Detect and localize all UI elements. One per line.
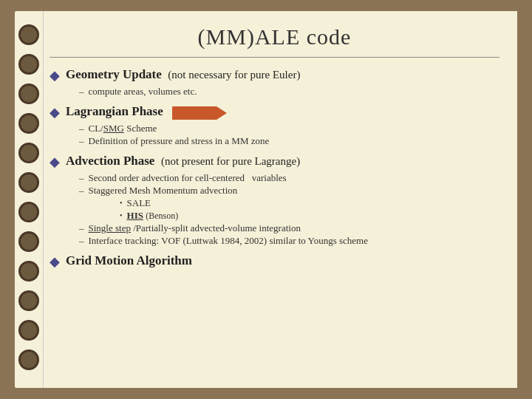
dot-bullet: •	[120, 211, 123, 219]
section-geometry-update: ◆ Geometry Update (not necessary for pur…	[50, 66, 499, 98]
bullet-diamond: ◆	[50, 67, 60, 83]
sub-item: – Definition of pressure and stress in a…	[79, 135, 499, 147]
sub-dash: –	[79, 123, 84, 134]
sub-item-text: Interface tracking: VOF (Luttwak 1984, 2…	[89, 235, 369, 247]
bullet-diamond: ◆	[50, 154, 60, 170]
section-grid-motion: ◆ Grid Motion Algorithm	[50, 253, 499, 270]
dot-bullet: •	[120, 199, 123, 207]
sub-item-text: Staggered Mesh Momentum advection	[89, 185, 238, 197]
dot-item-text: HIS (Benson)	[127, 210, 179, 222]
page-title: (MM)ALE code	[50, 24, 499, 50]
sub-item-text: Second order advection for cell-centered…	[89, 172, 287, 184]
sub-item: – compute areas, volumes etc.	[79, 86, 499, 98]
bullet-diamond: ◆	[50, 104, 60, 120]
dot-items: • SALE • HIS (Benson)	[120, 197, 499, 222]
sub-item-text: Single step /Partially-split advected-vo…	[89, 222, 301, 234]
advection-phase-title: Advection Phase (not present for pure La…	[66, 153, 300, 169]
spiral-ring	[18, 24, 39, 45]
geometry-sub-items: – compute areas, volumes etc.	[79, 86, 499, 98]
spiral-ring	[18, 143, 39, 163]
spiral-ring	[18, 261, 39, 282]
spiral-ring	[18, 231, 39, 252]
sub-dash: –	[79, 86, 84, 98]
spiral-ring	[18, 290, 39, 311]
sub-item: – Staggered Mesh Momentum advection	[79, 185, 499, 197]
section-advection-phase: ◆ Advection Phase (not present for pure …	[50, 153, 499, 247]
spiral-ring	[18, 172, 39, 193]
page-content: (MM)ALE code ◆ Geometry Update (not nece…	[43, 11, 517, 388]
spiral-ring	[18, 320, 39, 341]
spiral-ring	[18, 113, 39, 134]
sub-dash: –	[79, 185, 84, 197]
arrow-container	[172, 104, 216, 120]
bullet-diamond: ◆	[50, 253, 60, 270]
sub-item: – Interface tracking: VOF (Luttwak 1984,…	[79, 235, 499, 247]
dot-item-his: • HIS (Benson)	[120, 210, 499, 222]
spiral-ring	[18, 202, 39, 222]
sub-dash: –	[79, 222, 84, 234]
spiral-binding	[15, 11, 43, 388]
bullet-advection-phase: ◆ Advection Phase (not present for pure …	[50, 153, 499, 170]
bullet-grid-motion: ◆ Grid Motion Algorithm	[50, 253, 499, 270]
sub-item: – CL/SMG Scheme	[79, 123, 499, 134]
sub-item: – Single step /Partially-split advected-…	[79, 222, 499, 234]
bullet-lagrangian-phase: ◆ Lagrangian Phase	[50, 103, 499, 120]
sub-dash: –	[79, 135, 84, 147]
sub-item-text: compute areas, volumes etc.	[89, 86, 197, 98]
arrow-icon	[172, 106, 216, 120]
advection-sub-items: – Second order advection for cell-center…	[79, 172, 499, 247]
lagrangian-phase-title: Lagrangian Phase	[66, 103, 216, 120]
section-lagrangian-phase: ◆ Lagrangian Phase – CL/SMG Scheme – Def…	[50, 103, 499, 147]
notebook: (MM)ALE code ◆ Geometry Update (not nece…	[15, 11, 517, 388]
spiral-ring	[18, 349, 39, 370]
sub-item-text: CL/SMG Scheme	[89, 123, 157, 134]
geometry-update-title: Geometry Update (not necessary for pure …	[66, 66, 300, 83]
dot-item-sale: • SALE	[120, 197, 499, 209]
sub-dash: –	[79, 235, 84, 247]
grid-motion-title: Grid Motion Algorithm	[66, 253, 192, 269]
sub-dash: –	[79, 172, 84, 184]
sub-item-text: Definition of pressure and stress in a M…	[89, 135, 270, 147]
dot-item-text: SALE	[127, 197, 151, 209]
sub-item: – Second order advection for cell-center…	[79, 172, 499, 184]
divider	[50, 57, 499, 58]
spiral-ring	[18, 54, 39, 75]
bullet-geometry-update: ◆ Geometry Update (not necessary for pur…	[50, 66, 499, 83]
spiral-ring	[18, 83, 39, 104]
lagrangian-sub-items: – CL/SMG Scheme – Definition of pressure…	[79, 123, 499, 147]
